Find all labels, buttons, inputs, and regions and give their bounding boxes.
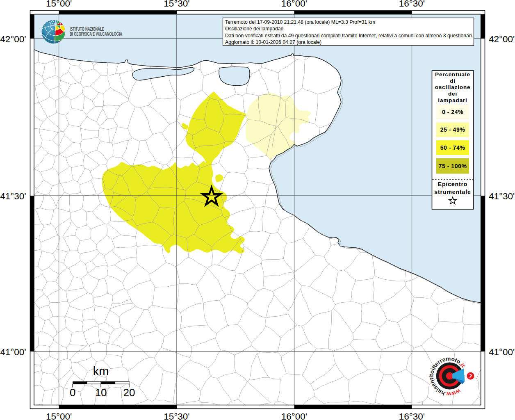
- svg-text:di: di: [450, 78, 456, 84]
- svg-text:20: 20: [123, 386, 135, 399]
- svg-text:75 - 100%: 75 - 100%: [439, 163, 467, 169]
- svg-text:16°30': 16°30': [399, 411, 425, 420]
- svg-text:lampadari: lampadari: [438, 97, 467, 103]
- svg-text:41°00': 41°00': [0, 347, 26, 357]
- svg-text:Aggiornato il: 10-01-2026 04:2: Aggiornato il: 10-01-2026 04:27 (ora loc…: [225, 39, 321, 45]
- svg-text:Oscillazione dei lampadari: Oscillazione dei lampadari: [225, 26, 283, 32]
- svg-text:15°30': 15°30': [164, 411, 189, 420]
- svg-text:16°30': 16°30': [399, 0, 425, 9]
- svg-text:strumentale: strumentale: [434, 189, 471, 195]
- svg-text:Epicentro: Epicentro: [438, 181, 468, 187]
- svg-text:dei: dei: [448, 91, 457, 97]
- svg-text:Dati non verificati estratti d: Dati non verificati estratti da 49 quest…: [225, 33, 473, 39]
- svg-text:15°00': 15°00': [46, 411, 72, 420]
- svg-text:42°00': 42°00': [0, 34, 26, 44]
- svg-text:0: 0: [70, 386, 75, 399]
- svg-text:41°00': 41°00': [489, 347, 515, 357]
- svg-text:15°00': 15°00': [46, 0, 72, 9]
- svg-text:25 - 49%: 25 - 49%: [440, 126, 465, 133]
- svg-text:oscillazione: oscillazione: [435, 84, 471, 90]
- svg-text:50 - 74%: 50 - 74%: [440, 144, 465, 151]
- svg-text:Percentuale: Percentuale: [435, 71, 470, 78]
- svg-text:16°00': 16°00': [281, 411, 307, 420]
- svg-text:15°30': 15°30': [164, 0, 189, 9]
- svg-text:km: km: [93, 365, 109, 378]
- svg-text:0 - 24%: 0 - 24%: [442, 109, 463, 115]
- svg-text:Terremoto del 17-09-2010 21:21: Terremoto del 17-09-2010 21:21:48 (ora l…: [225, 19, 375, 25]
- svg-text:DI GEOFISICA E VULCANOLOGIA: DI GEOFISICA E VULCANOLOGIA: [70, 31, 122, 37]
- svg-text:10: 10: [95, 386, 107, 399]
- svg-text:16°00': 16°00': [281, 0, 307, 9]
- svg-text:41°30': 41°30': [0, 191, 26, 201]
- svg-text:41°30': 41°30': [489, 191, 515, 201]
- svg-text:42°00': 42°00': [489, 34, 515, 44]
